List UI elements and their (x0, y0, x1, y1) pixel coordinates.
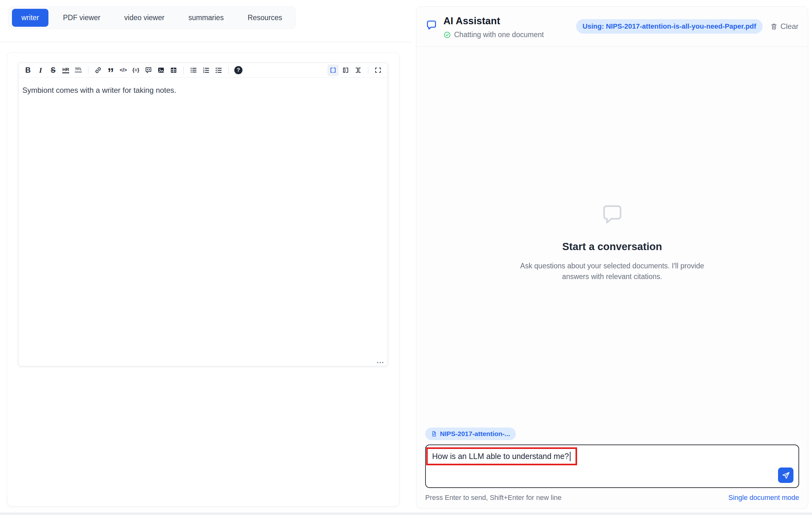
editor-toolbar-right (327, 64, 384, 76)
toolbar-separator (183, 66, 184, 74)
italic-icon: I (39, 66, 42, 74)
bottom-edge (0, 513, 812, 515)
markdown-editor: BISHRTITL”</>{≡}123? Symbiont comes with… (18, 63, 388, 366)
editor-only-button[interactable] (327, 64, 339, 76)
header-divider (0, 42, 411, 42)
selected-documents-row: NIPS-2017-attention-... (425, 428, 799, 440)
tab-pdf-viewer[interactable]: PDF viewer (54, 9, 110, 27)
tab-resources[interactable]: Resources (238, 9, 292, 27)
image-button[interactable] (155, 64, 167, 76)
comment-code-button[interactable] (143, 64, 154, 76)
strikethrough-icon: S (51, 67, 55, 74)
help-icon: ? (234, 66, 242, 74)
text-caret (570, 452, 571, 461)
ai-assistant-title: AI Assistant (443, 16, 544, 27)
editor-toolbar: BISHRTITL”</>{≡}123? (19, 63, 387, 78)
preview-only-icon (354, 66, 362, 74)
bold-button[interactable]: B (22, 64, 34, 76)
strikethrough-button[interactable]: S (48, 64, 59, 76)
empty-state-title: Start a conversation (512, 241, 713, 253)
trash-icon (770, 23, 778, 30)
resize-handle[interactable]: ⋯ (376, 360, 384, 365)
ai-assistant-header: AI Assistant Chatting with one document … (416, 7, 808, 47)
tab-bar: writerPDF viewervideo viewersummariesRes… (8, 6, 296, 29)
ai-header-right: Using: NIPS-2017-attention-is-all-you-ne… (576, 19, 799, 34)
task-list-button[interactable] (213, 64, 224, 76)
svg-text:3: 3 (203, 71, 204, 74)
ordered-list-icon: 123 (202, 66, 210, 74)
annotation-highlight: How is an LLM able to understand me? (426, 447, 577, 465)
ai-status: Chatting with one document (443, 30, 544, 39)
title-icon: TITL (75, 68, 82, 73)
horizontal-rule-icon: HR (62, 67, 69, 73)
toolbar-separator (368, 66, 368, 74)
using-document-badge: Using: NIPS-2017-attention-is-all-you-ne… (576, 19, 763, 34)
tab-summaries[interactable]: summaries (179, 9, 233, 27)
image-icon (157, 66, 165, 74)
link-icon (94, 66, 102, 74)
editor-content[interactable]: Symbiont comes with a writer for taking … (19, 78, 387, 103)
document-icon (431, 431, 437, 437)
editor-toolbar-left: BISHRTITL”</>{≡}123? (22, 64, 327, 76)
bold-icon: B (25, 66, 30, 74)
code-block-button[interactable]: {≡} (130, 64, 142, 76)
unordered-list-button[interactable] (188, 64, 199, 76)
editor-only-icon (329, 66, 337, 74)
chat-input-value: How is an LLM able to understand me? (432, 452, 569, 461)
preview-only-button[interactable] (352, 64, 364, 76)
quote-button[interactable]: ” (105, 64, 116, 76)
code-icon: </> (119, 68, 127, 73)
ordered-list-button[interactable]: 123 (200, 64, 212, 76)
clear-button[interactable]: Clear (770, 22, 799, 31)
split-view-button[interactable] (340, 64, 351, 76)
chat-area: Start a conversation Ask questions about… (416, 55, 808, 429)
empty-state-description: Ask questions about your selected docume… (518, 261, 707, 282)
title-button[interactable]: TITL (72, 64, 84, 76)
composer-helper-row: Press Enter to send, Shift+Enter for new… (425, 494, 799, 502)
document-chip[interactable]: NIPS-2017-attention-... (425, 428, 516, 440)
code-button[interactable]: </> (118, 64, 129, 76)
ai-header-left: AI Assistant Chatting with one document (426, 16, 544, 39)
chat-input[interactable]: How is an LLM able to understand me? (425, 445, 799, 488)
code-block-icon: {≡} (133, 68, 139, 73)
toolbar-separator (228, 66, 229, 74)
task-list-icon (215, 66, 222, 74)
tab-video-viewer[interactable]: video viewer (115, 9, 174, 27)
tab-writer[interactable]: writer (12, 9, 49, 27)
send-hint: Press Enter to send, Shift+Enter for new… (425, 494, 562, 502)
italic-button[interactable]: I (35, 64, 46, 76)
horizontal-rule-button[interactable]: HR (60, 64, 71, 76)
paper-plane-icon (782, 471, 790, 480)
comment-code-icon (145, 66, 152, 74)
fullscreen-icon (374, 66, 382, 74)
table-icon (170, 66, 177, 74)
single-document-mode-link[interactable]: Single document mode (728, 494, 799, 502)
help-button[interactable]: ? (233, 64, 244, 76)
split-view-icon (342, 66, 349, 74)
ai-status-text: Chatting with one document (454, 30, 544, 39)
clear-label: Clear (781, 22, 799, 31)
chat-composer: NIPS-2017-attention-... How is an LLM ab… (425, 428, 799, 502)
writer-panel: BISHRTITL”</>{≡}123? Symbiont comes with… (7, 52, 399, 507)
link-button[interactable] (92, 64, 104, 76)
table-button[interactable] (168, 64, 179, 76)
app-window: writerPDF viewervideo viewersummariesRes… (0, 0, 812, 515)
document-chip-label: NIPS-2017-attention-... (440, 430, 510, 438)
chat-bubble-icon (426, 19, 437, 39)
fullscreen-button[interactable] (372, 64, 384, 76)
check-circle-icon (443, 31, 451, 39)
conversation-bubble-icon (512, 202, 713, 227)
toolbar-separator (88, 66, 88, 74)
ai-assistant-panel: AI Assistant Chatting with one document … (416, 6, 808, 509)
unordered-list-icon (190, 66, 197, 74)
empty-state: Start a conversation Ask questions about… (512, 202, 713, 282)
send-button[interactable] (778, 467, 793, 483)
